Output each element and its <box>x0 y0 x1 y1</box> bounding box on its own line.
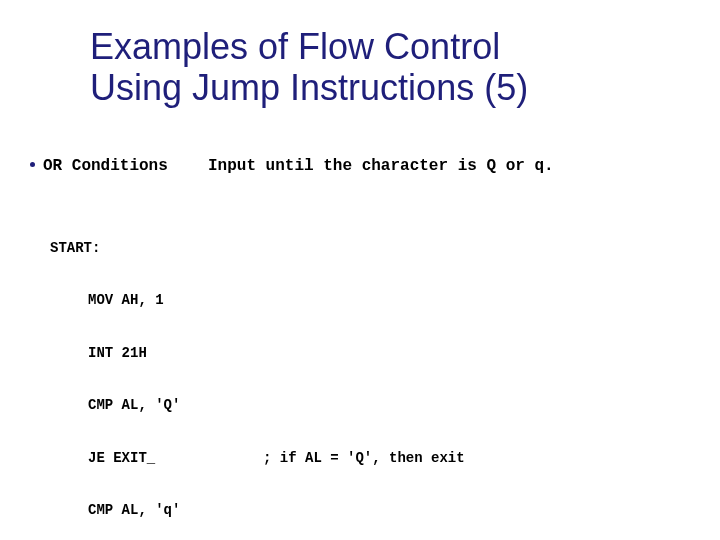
bullet-icon <box>30 162 35 167</box>
title-line-2: Using Jump Instructions (5) <box>90 67 528 108</box>
code-instr: CMP AL, 'q' <box>50 502 263 520</box>
code-comment: ; if AL = 'Q', then exit <box>263 450 465 468</box>
title-line-1: Examples of Flow Control <box>90 26 500 67</box>
bullet-row: OR Conditions Input until the character … <box>30 157 720 175</box>
code-label: START: <box>50 240 225 258</box>
slide-title: Examples of Flow Control Using Jump Inst… <box>0 26 720 109</box>
code-instr: JE EXIT_ <box>50 450 263 468</box>
bullet-label: OR Conditions <box>43 157 208 175</box>
slide-body: OR Conditions Input until the character … <box>0 157 720 540</box>
code-instr: CMP AL, 'Q' <box>50 397 263 415</box>
code-block: START: MOV AH, 1 INT 21H CMP AL, 'Q' JE … <box>30 205 720 540</box>
slide: Examples of Flow Control Using Jump Inst… <box>0 0 720 540</box>
code-instr: MOV AH, 1 <box>50 292 263 310</box>
bullet-description: Input until the character is Q or q. <box>208 157 554 175</box>
code-instr: INT 21H <box>50 345 263 363</box>
